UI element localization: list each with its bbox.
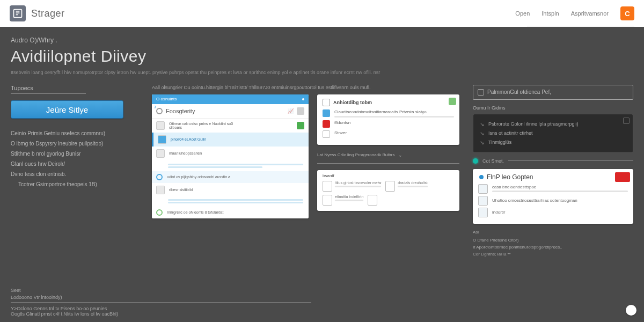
blue-icon	[323, 109, 330, 117]
list-item[interactable]: Otinrsn cab osisc pnins e Nuoktint so0 c…	[152, 119, 309, 133]
list-item[interactable]: maaniuheopssanen	[152, 147, 309, 160]
brand: Strager	[10, 5, 65, 21]
left-section-label: Tupoecs	[11, 85, 142, 91]
card-r-title: FlnP leo Gopten	[487, 173, 533, 181]
progress-line	[168, 202, 303, 203]
status-icon	[297, 122, 304, 129]
nav-underline	[527, 26, 634, 26]
thumb-icon	[158, 135, 166, 144]
close-button[interactable]	[615, 172, 630, 182]
footer-section-label: Seet	[11, 288, 311, 293]
list-item[interactable]: Innrgreiic oe oNieorris 8 tofolardat	[152, 207, 309, 218]
nav-open[interactable]: Open	[515, 10, 530, 17]
grid-item[interactable]: ltiius girlost tsvcevoler melw	[323, 181, 381, 192]
help-fab[interactable]	[626, 305, 636, 316]
doc-icon	[478, 208, 488, 217]
bullet-icon	[479, 175, 484, 179]
doc-icon	[323, 181, 332, 192]
track-label: Cot Smet.	[482, 158, 504, 164]
sidebar-link[interactable]: Tcotrer Gsimportrce theopeis 1B)	[11, 179, 142, 189]
topbar: Strager Open Ihtspln Aspritvamsnor C	[0, 0, 644, 27]
nav-third[interactable]: Aspritvamsnor	[571, 10, 609, 17]
item-title: Otinrsn cab osisc pnins e Nuoktint so0	[169, 122, 292, 126]
card-a-title: Foosgterity	[166, 108, 195, 114]
page-title: Avidiilopnet Diivey	[11, 47, 633, 65]
code-line: Isns ot actinitr ctirhet	[488, 129, 533, 137]
primary-cta-button[interactable]: Jeüre Sitlye	[11, 100, 123, 119]
footer-link[interactable]: Lodooono Vtr lntooindy)	[11, 295, 311, 300]
sidebar-link[interactable]: O ibmg to Dspyrsry lneubire puilpsitoo)	[11, 138, 142, 149]
copy-icon[interactable]	[623, 118, 630, 124]
doc-icon	[323, 99, 330, 106]
card-b-text: ffidontsn	[334, 120, 454, 125]
progress-track: Cot Smet.	[473, 158, 633, 164]
top-nav: Open Ihtspln Aspritvamsnor C	[515, 6, 634, 20]
preview-card-b: Anhiotdibg tobm Clauritacondnbmoitsnitia…	[317, 94, 459, 145]
card-bottom-label: bsantf	[323, 173, 454, 178]
outline-icon	[323, 130, 330, 138]
footer-left: Seet Lodooono Vtr lntooindy) Y>Oclono Ge…	[11, 288, 311, 317]
dot-icon	[302, 98, 304, 100]
doc-icon	[323, 195, 332, 206]
preview-card-right: FlnP leo Gopten casa bneloondesttspoe Uh…	[473, 169, 633, 224]
grid-item[interactable]: dradals dreoholist	[385, 181, 427, 192]
card-a-titlebar: O osnuints	[152, 94, 309, 104]
thumb-icon	[156, 149, 165, 158]
item-title: maaniuheopssanen	[169, 151, 304, 155]
progress-line	[168, 199, 303, 201]
right-column: PalmmonGul otdienca Pef, Oumu Ir Gidins …	[473, 85, 633, 258]
status-icon	[449, 98, 456, 105]
thumb-icon	[156, 186, 165, 194]
list-item[interactable]: odint ov pijigshiny orinsondri ausstin ø	[152, 171, 309, 183]
list-item-selected[interactable]: pinoii04 eLAcet Gulin	[152, 133, 309, 147]
item-title: ribesr sisitibibl	[169, 188, 304, 192]
code-line: Tinmiggl8s	[488, 138, 511, 147]
list-item[interactable]: ribesr sisitibibl	[152, 183, 309, 197]
footer-text: Y>Oclono Genns tnl tv Pisens bo-oo peuni…	[11, 306, 311, 311]
card-a-badge: 7	[154, 105, 156, 109]
red-icon	[323, 120, 330, 128]
divider	[317, 163, 459, 164]
item-title: Innrgreiic oe oNieorris 8 tofolardat	[167, 210, 304, 214]
search-input[interactable]: PalmmonGul otdienca Pef,	[473, 85, 633, 100]
sidebar-link[interactable]: Dvno tess clon eritnisb.	[11, 169, 142, 179]
sidebar-link[interactable]: Stlithme b nrol gyorlog Bunisr	[11, 149, 142, 159]
nav-second[interactable]: Ihtspln	[541, 10, 559, 17]
sidebar-link-list: Ceinio Primis Getniu nsefecs commnru) O …	[11, 128, 142, 189]
grid-text: ltiius girlost tsvcevoler melw	[335, 181, 381, 185]
dark-card-title: Oumu Ir Gidins	[473, 105, 633, 111]
status-dot-icon	[473, 158, 478, 164]
right-foot-link[interactable]: O Dfane Pnetoine Citor)	[473, 237, 633, 244]
avatar-icon	[156, 209, 163, 216]
right-foot-link[interactable]: Cor Lightns; I&l B.**	[473, 251, 633, 258]
grid-text: etinattia indefitrtn	[335, 195, 363, 199]
grid-text: dradals dreoholist	[398, 181, 427, 185]
search-placeholder: PalmmonGul otdienca Pef,	[487, 89, 551, 95]
primary-action-button[interactable]: C	[620, 6, 634, 20]
card-r-text: casa bneloondesttspoe	[492, 185, 628, 189]
chart-icon: 📈	[288, 108, 294, 114]
chevron-down-icon: ⌄	[398, 152, 402, 158]
card-a-top-label: O osnuints	[156, 97, 177, 101]
left-column: Tupoecs Jeüre Sitlye Ceinio Primis Getni…	[11, 85, 142, 258]
card-b-title: Anhiotdibg tobm	[333, 100, 372, 105]
brand-name: Strager	[31, 8, 65, 19]
grid-item[interactable]: etinattia indefitrtn	[323, 195, 363, 206]
divider	[11, 93, 86, 94]
thumb-icon	[156, 121, 165, 130]
doc-icon	[478, 184, 488, 194]
arrow-icon: ↘	[480, 129, 484, 138]
card-r-text: indortir	[492, 210, 628, 215]
mid-intro-text: Aall olsungrier Ou oointu.hittergin bl"I…	[152, 85, 463, 90]
grid-item[interactable]	[368, 195, 380, 206]
right-foot-link[interactable]: It Aporctontdbrnec pomttenurotspbgorctip…	[473, 244, 633, 251]
item-sub: cilboars	[169, 126, 292, 129]
sidebar-link[interactable]: Ceinio Primis Getniu nsefecs commnru)	[11, 128, 142, 138]
search-icon	[478, 89, 484, 96]
caption-row[interactable]: Lat Nyess Crlic ling Prorgeronadk Bultrr…	[317, 152, 459, 158]
doc-icon	[478, 196, 488, 206]
middle-column: Aall olsungrier Ou oointu.hittergin bl"I…	[152, 85, 463, 258]
sidebar-link[interactable]: Glanl oues hrw Dcirolr/	[11, 159, 142, 169]
card-b-text: Clauritacondnbmoitsnitiarnaroalts Prtvrs…	[334, 109, 454, 114]
breadcrumb: Audro O)/Whry .	[11, 36, 633, 44]
